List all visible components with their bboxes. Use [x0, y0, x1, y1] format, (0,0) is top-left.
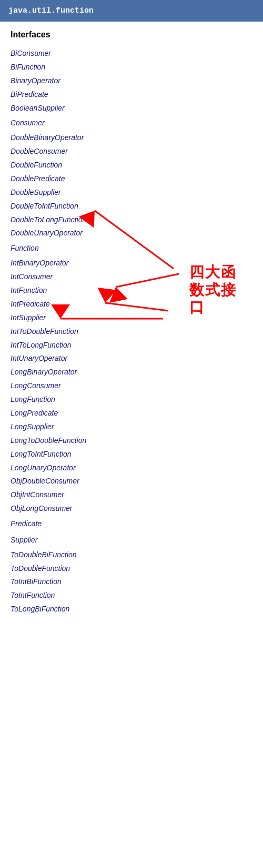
interface-item[interactable]: IntUnaryOperator	[11, 352, 252, 366]
interface-item[interactable]: BiPredicate	[11, 88, 252, 102]
interface-item[interactable]: LongSupplier	[11, 420, 252, 434]
interface-item[interactable]: DoubleSupplier	[11, 186, 252, 200]
interface-item[interactable]: BooleanSupplier	[11, 102, 252, 115]
interface-item[interactable]: Function	[11, 240, 252, 257]
interface-item[interactable]: ObjLongConsumer	[11, 502, 252, 516]
interface-item[interactable]: DoubleConsumer	[11, 145, 252, 159]
header: java.util.function	[0, 0, 263, 22]
interface-item[interactable]: ToIntBiFunction	[11, 575, 252, 589]
interface-item[interactable]: Supplier	[11, 532, 252, 548]
interface-item[interactable]: LongToIntFunction	[11, 448, 252, 461]
interface-item[interactable]: LongToDoubleFunction	[11, 434, 252, 448]
interface-list: BiConsumerBiFunctionBinaryOperatorBiPred…	[11, 47, 252, 616]
interface-item[interactable]: IntFunction	[11, 284, 252, 298]
interface-item[interactable]: LongFunction	[11, 393, 252, 407]
interface-item[interactable]: ObjDoubleConsumer	[11, 475, 252, 488]
interface-item[interactable]: LongUnaryOperator	[11, 461, 252, 475]
interface-item[interactable]: DoubleUnaryOperator	[11, 226, 252, 240]
interface-item[interactable]: DoubleToLongFunction	[11, 213, 252, 227]
interface-item[interactable]: LongConsumer	[11, 379, 252, 393]
interface-item[interactable]: ToIntFunction	[11, 589, 252, 603]
interface-item[interactable]: LongPredicate	[11, 407, 252, 420]
interface-item[interactable]: DoublePredicate	[11, 172, 252, 186]
interface-item[interactable]: Predicate	[11, 516, 252, 532]
interface-item[interactable]: ObjIntConsumer	[11, 488, 252, 502]
interface-item[interactable]: ToDoubleBiFunction	[11, 548, 252, 562]
interface-item[interactable]: ToDoubleFunction	[11, 562, 252, 576]
interface-item[interactable]: IntToDoubleFunction	[11, 325, 252, 339]
interface-item[interactable]: DoubleFunction	[11, 159, 252, 172]
interface-item[interactable]: BiConsumer	[11, 47, 252, 61]
interface-item[interactable]: BinaryOperator	[11, 74, 252, 88]
interface-item[interactable]: IntConsumer	[11, 270, 252, 284]
interface-item[interactable]: DoubleBinaryOperator	[11, 131, 252, 145]
header-title: java.util.function	[8, 6, 94, 15]
main-content: Interfaces BiConsumerBiFunctionBinaryOpe…	[0, 22, 263, 625]
section-title: Interfaces	[11, 30, 252, 40]
interface-item[interactable]: IntSupplier	[11, 311, 252, 325]
interface-item[interactable]: Consumer	[11, 115, 252, 131]
interface-item[interactable]: LongBinaryOperator	[11, 366, 252, 379]
interface-item[interactable]: ToLongBiFunction	[11, 603, 252, 616]
interface-item[interactable]: BiFunction	[11, 61, 252, 74]
interface-item[interactable]: IntToLongFunction	[11, 339, 252, 352]
interface-item[interactable]: IntBinaryOperator	[11, 257, 252, 270]
interface-item[interactable]: DoubleToIntFunction	[11, 200, 252, 213]
interface-item[interactable]: IntPredicate	[11, 298, 252, 311]
